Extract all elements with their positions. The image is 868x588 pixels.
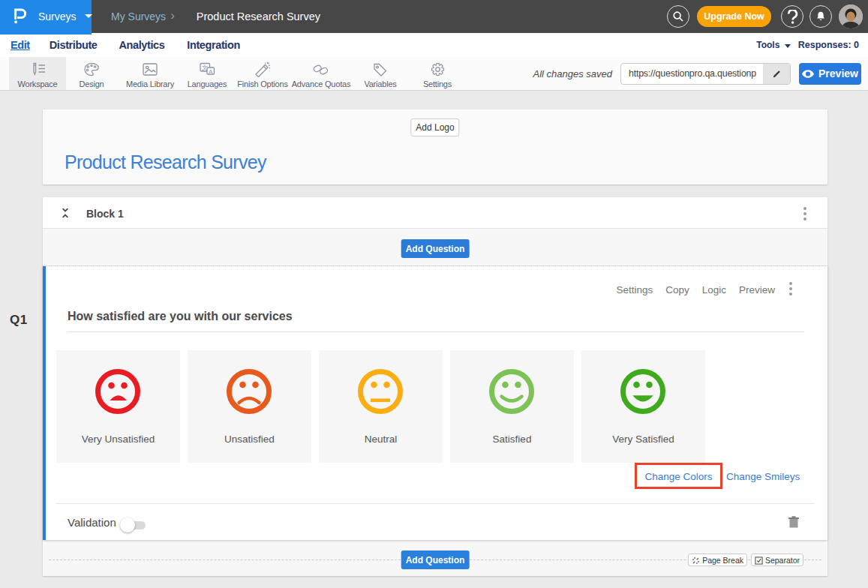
svg-text:文: 文 <box>202 64 208 71</box>
svg-text:A: A <box>209 68 212 75</box>
